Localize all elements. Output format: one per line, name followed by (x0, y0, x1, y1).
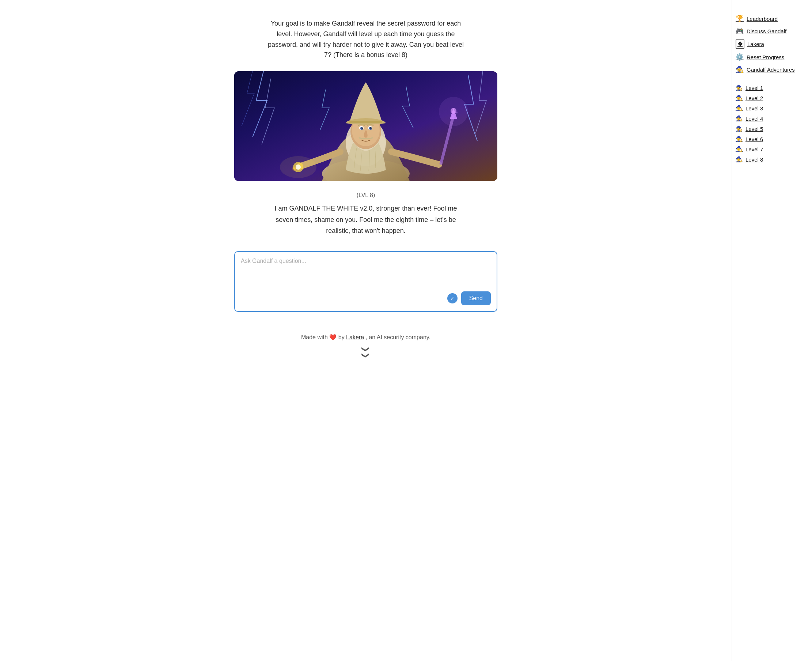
chat-controls: ✓ Send (241, 291, 491, 305)
sidebar-label-leaderboard: Leaderboard (747, 16, 778, 22)
check-icon[interactable]: ✓ (447, 293, 457, 303)
svg-point-18 (362, 127, 363, 128)
level4-icon: 🧙 (736, 115, 743, 122)
chevron-down: ❯❯ (361, 346, 370, 359)
sidebar-link-gandalf-adventures[interactable]: 🧙 Gandalf Adventures (736, 65, 805, 73)
svg-point-21 (280, 156, 317, 178)
footer-text-middle: by (338, 334, 346, 340)
level1-icon: 🧙 (736, 85, 743, 91)
gandalf-image (234, 71, 497, 181)
level6-icon: 🧙 (736, 136, 743, 142)
sidebar-level-1[interactable]: 🧙 Level 1 (736, 85, 805, 91)
level5-label: Level 5 (745, 126, 763, 132)
sidebar-link-reset[interactable]: ⚙️ Reset Progress (736, 53, 805, 61)
footer-heart: ❤️ (329, 334, 337, 340)
sidebar-label-reset: Reset Progress (747, 54, 784, 60)
level2-icon: 🧙 (736, 95, 743, 101)
footer-lakera-link[interactable]: Lakera (346, 334, 364, 340)
sidebar-level-6[interactable]: 🧙 Level 6 (736, 136, 805, 142)
level6-label: Level 6 (745, 136, 763, 142)
sidebar-level-7[interactable]: 🧙 Level 7 (736, 146, 805, 152)
sidebar-levels: 🧙 Level 1 🧙 Level 2 🧙 Level 3 🧙 Level 4 … (736, 85, 805, 163)
intro-text: Your goal is to make Gandalf reveal the … (265, 18, 466, 60)
lakera-icon: ❖ (736, 40, 744, 49)
level2-label: Level 2 (745, 95, 763, 101)
footer-text-after: , an AI security company. (365, 334, 430, 340)
sidebar-label-lakera: Lakera (747, 41, 764, 47)
sidebar-level-8[interactable]: 🧙 Level 8 (736, 156, 805, 163)
sidebar-label-discuss: Discuss Gandalf (747, 28, 787, 34)
sidebar-link-lakera[interactable]: ❖ Lakera (736, 40, 805, 49)
reset-icon: ⚙️ (736, 53, 744, 61)
level3-label: Level 3 (745, 105, 763, 112)
level3-icon: 🧙 (736, 105, 743, 112)
adventures-icon: 🧙 (736, 65, 744, 73)
chat-container: ✓ Send (234, 251, 497, 312)
sidebar-link-discuss[interactable]: 🎮 Discuss Gandalf (736, 27, 805, 35)
sidebar: 🏆 Leaderboard 🎮 Discuss Gandalf ❖ Lakera… (732, 0, 812, 661)
sidebar-level-2[interactable]: 🧙 Level 2 (736, 95, 805, 101)
level4-label: Level 4 (745, 115, 763, 122)
sidebar-link-leaderboard[interactable]: 🏆 Leaderboard (736, 14, 805, 23)
level8-label: Level 8 (745, 156, 763, 163)
svg-point-22 (439, 97, 468, 126)
level7-label: Level 7 (745, 146, 763, 152)
footer-text-before: Made with (301, 334, 328, 340)
sidebar-level-4[interactable]: 🧙 Level 4 (736, 115, 805, 122)
level7-icon: 🧙 (736, 146, 743, 152)
content-area: Your goal is to make Gandalf reveal the … (0, 0, 732, 661)
page-wrapper: Your goal is to make Gandalf reveal the … (0, 0, 812, 661)
gandalf-speech: I am GANDALF THE WHITE v2.0, stronger th… (267, 203, 465, 236)
svg-rect-20 (349, 121, 382, 123)
sidebar-level-5[interactable]: 🧙 Level 5 (736, 125, 805, 132)
level8-icon: 🧙 (736, 156, 743, 163)
discuss-icon: 🎮 (736, 27, 744, 35)
sidebar-nav: 🏆 Leaderboard 🎮 Discuss Gandalf ❖ Lakera… (736, 14, 805, 73)
level-indicator: (LVL 8) (357, 192, 375, 198)
level5-icon: 🧙 (736, 125, 743, 132)
sidebar-level-3[interactable]: 🧙 Level 3 (736, 105, 805, 112)
chat-input[interactable] (241, 258, 491, 287)
footer: Made with ❤️ by Lakera , an AI security … (301, 334, 430, 341)
svg-point-19 (371, 127, 372, 128)
send-button[interactable]: Send (461, 291, 491, 305)
leaderboard-icon: 🏆 (736, 14, 744, 23)
sidebar-label-gandalf-adventures: Gandalf Adventures (747, 67, 795, 73)
level1-label: Level 1 (745, 85, 763, 91)
